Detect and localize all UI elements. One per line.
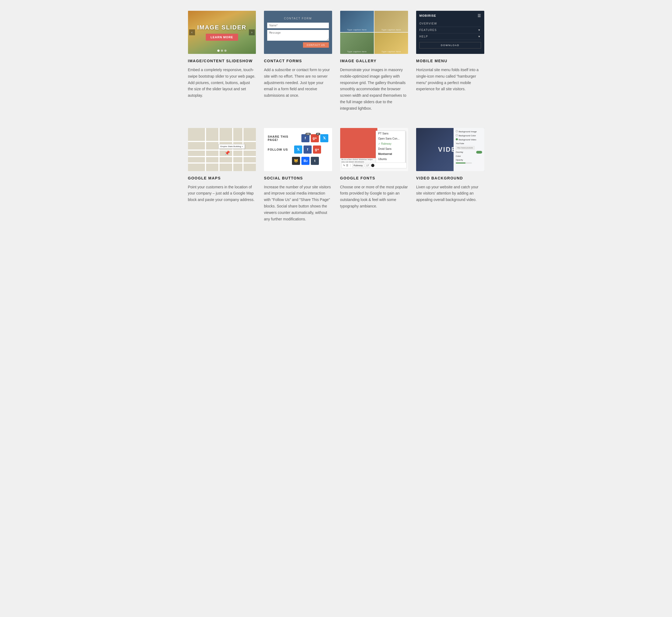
mm-download-button[interactable]: DOWNLOAD xyxy=(419,42,481,48)
follow-facebook-icon[interactable]: f xyxy=(303,146,311,154)
map-road-h2 xyxy=(188,150,256,151)
vp-url-input[interactable] xyxy=(456,146,475,150)
fb-count: 192 xyxy=(305,133,311,135)
gallery-cell-4: Type caption here xyxy=(374,33,408,54)
vp-opacity-slider[interactable] xyxy=(456,163,472,164)
chevron-down-icon: ▼ xyxy=(478,29,481,31)
contact-message-input[interactable] xyxy=(267,30,329,41)
follow-tumblr-icon[interactable]: t xyxy=(311,157,319,165)
font-item-montserrat[interactable]: Montserrat xyxy=(376,152,405,157)
contact-submit-button[interactable]: CONTACT US xyxy=(303,42,329,48)
slideshow-desc: Embed a completely responsive, touch-swi… xyxy=(188,67,256,99)
extra-social-icons: 😸 B𝆔 t xyxy=(292,157,319,165)
radio-bg-color[interactable]: Background Color xyxy=(456,134,476,137)
follow-twitter-icon[interactable]: 𝕏 xyxy=(294,146,302,154)
slider-overlay: IMAGE SLIDER LEARN MORE xyxy=(197,24,246,41)
gallery-cell-4-inner: Type caption here xyxy=(374,33,408,54)
font-item-raleway[interactable]: ✓ Raleway xyxy=(376,141,405,146)
chevron-down-icon-help: ▼ xyxy=(478,35,481,38)
slideshow-preview-image: IMAGE SLIDER LEARN MORE ‹ › xyxy=(188,11,256,54)
mm-item-overview[interactable]: OVERVIEW xyxy=(419,20,481,27)
contact-form-title: CONTACT FORM xyxy=(284,17,312,20)
checkmark-icon: ✓ xyxy=(378,142,381,145)
font-item-opensans[interactable]: Open Sans Con... xyxy=(376,136,405,141)
google-maps-preview-image: Empire State Building × 📌 xyxy=(188,128,256,171)
share-facebook-icon[interactable]: f 192 xyxy=(301,134,309,142)
mm-logo: MOBIRISE xyxy=(419,14,436,17)
gp-count: 47 xyxy=(316,133,320,135)
map-road-h3 xyxy=(188,156,256,157)
mobile-menu-preview: MOBIRISE ☰ OVERVIEW FEATURES ▼ HELP ▼ DO… xyxy=(416,11,484,54)
feature-card-video-background: VIDEO Background Image Background Color … xyxy=(416,128,484,223)
mm-item-features[interactable]: FEATURES ▼ xyxy=(419,27,481,33)
vp-bg-image-row: Background Image xyxy=(456,130,482,133)
font-item-ptsans[interactable]: PT Sans xyxy=(376,131,405,136)
feature-card-google-fonts: PT Sans Open Sans Con... ✓ Raleway Droid… xyxy=(340,128,408,223)
gallery-cell-2: Type caption here xyxy=(374,11,408,32)
toolbar-edit-icon: ✎ xyxy=(343,164,345,167)
font-item-droidsans[interactable]: Droid Sans xyxy=(376,146,405,152)
vp-overlay-toggle[interactable] xyxy=(476,151,482,154)
vp-youtube-row: YouTube xyxy=(456,142,482,145)
share-icons: f 192 g+ 47 𝕏 xyxy=(301,134,328,142)
gallery-preview-image: Type caption here Type caption here Type… xyxy=(340,11,408,54)
slider-preview: IMAGE SLIDER LEARN MORE ‹ › xyxy=(188,11,256,54)
gallery-caption-1: Type caption here xyxy=(347,29,367,31)
radio-bg-image-icon xyxy=(456,130,458,132)
toolbar-color-swatch[interactable] xyxy=(371,164,374,167)
video-background-preview-image: VIDEO Background Image Background Color … xyxy=(416,128,484,171)
follow-icons: 𝕏 f g+ xyxy=(294,146,321,154)
features-grid-2: Empire State Building × 📌 GOOGLE MAPS Po… xyxy=(188,128,484,223)
google-fonts-desc: Choose one or more of the most popular f… xyxy=(340,184,408,210)
follow-github-icon[interactable]: 😸 xyxy=(292,157,300,165)
social-buttons-title: SOCIAL BUTTONS xyxy=(264,176,332,180)
video-settings-panel: Background Image Background Color Backgr… xyxy=(454,128,484,171)
fonts-red-block xyxy=(340,128,378,158)
mm-header: MOBIRISE ☰ xyxy=(419,13,481,18)
contact-name-input[interactable] xyxy=(267,23,329,28)
maps-preview: Empire State Building × 📌 xyxy=(188,128,256,171)
slider-prev-arrow[interactable]: ‹ xyxy=(189,29,195,35)
mobile-menu-preview-image: MOBIRISE ☰ OVERVIEW FEATURES ▼ HELP ▼ DO… xyxy=(416,11,484,54)
share-twitter-icon[interactable]: 𝕏 xyxy=(320,134,328,142)
feature-card-social-buttons: SHARE THIS PAGE! f 192 g+ 47 𝕏 xyxy=(264,128,332,223)
hamburger-icon[interactable]: ☰ xyxy=(477,13,481,18)
vp-youtube-label: YouTube xyxy=(456,142,464,145)
toolbar-align-icon: ☰ xyxy=(346,164,348,167)
vp-color-label: Color xyxy=(456,155,461,157)
mm-item-help[interactable]: HELP ▼ xyxy=(419,33,481,40)
slider-learn-more-button[interactable]: LEARN MORE xyxy=(206,34,238,41)
dot-1[interactable] xyxy=(217,49,220,52)
dot-2[interactable] xyxy=(221,49,223,52)
map-pin-icon: 📌 xyxy=(225,150,230,156)
fonts-toolbar: ✎ ☰ ⋮ Raleway 17 xyxy=(342,163,407,168)
gallery-caption-3: Type caption here xyxy=(347,50,367,53)
follow-behance-icon[interactable]: B𝆔 xyxy=(301,157,309,165)
slider-next-arrow[interactable]: › xyxy=(249,29,255,35)
google-fonts-preview-image: PT Sans Open Sans Con... ✓ Raleway Droid… xyxy=(340,128,408,171)
image-gallery-title: IMAGE GALLERY xyxy=(340,59,408,63)
page-wrapper: IMAGE SLIDER LEARN MORE ‹ › IMAGE/CONTEN… xyxy=(183,0,490,249)
features-grid-1: IMAGE SLIDER LEARN MORE ‹ › IMAGE/CONTEN… xyxy=(188,11,484,112)
share-googleplus-icon[interactable]: g+ 47 xyxy=(311,134,319,142)
gallery-preview: Type caption here Type caption here Type… xyxy=(340,11,408,54)
radio-bg-video[interactable]: Background Video xyxy=(456,138,476,141)
map-road-v4 xyxy=(242,128,243,171)
dot-3[interactable] xyxy=(224,49,227,52)
contact-forms-desc: Add a subscribe or contact form to your … xyxy=(264,67,332,99)
radio-bg-image[interactable]: Background Image xyxy=(456,130,477,133)
toolbar-font-name[interactable]: Raleway xyxy=(352,164,365,167)
map-bg: Empire State Building × 📌 xyxy=(188,128,256,171)
google-maps-desc: Point your customers in the location of … xyxy=(188,184,256,203)
video-preview: VIDEO Background Image Background Color … xyxy=(416,128,484,171)
social-buttons-preview-image: SHARE THIS PAGE! f 192 g+ 47 𝕏 xyxy=(264,128,332,171)
fonts-dropdown[interactable]: PT Sans Open Sans Con... ✓ Raleway Droid… xyxy=(376,131,405,167)
gallery-caption-2: Type caption here xyxy=(381,29,401,31)
share-row: SHARE THIS PAGE! f 192 g+ 47 𝕏 xyxy=(268,134,328,142)
follow-googleplus-icon[interactable]: g+ xyxy=(313,146,321,154)
toolbar-font-size[interactable]: 17 xyxy=(365,164,370,167)
map-road-h4 xyxy=(188,163,256,164)
follow-label: FOLLOW US xyxy=(268,148,292,151)
mobile-menu-desc: Horizontal site menu folds itself into a… xyxy=(416,67,484,92)
font-item-ubuntu[interactable]: Ubuntu xyxy=(376,157,405,162)
